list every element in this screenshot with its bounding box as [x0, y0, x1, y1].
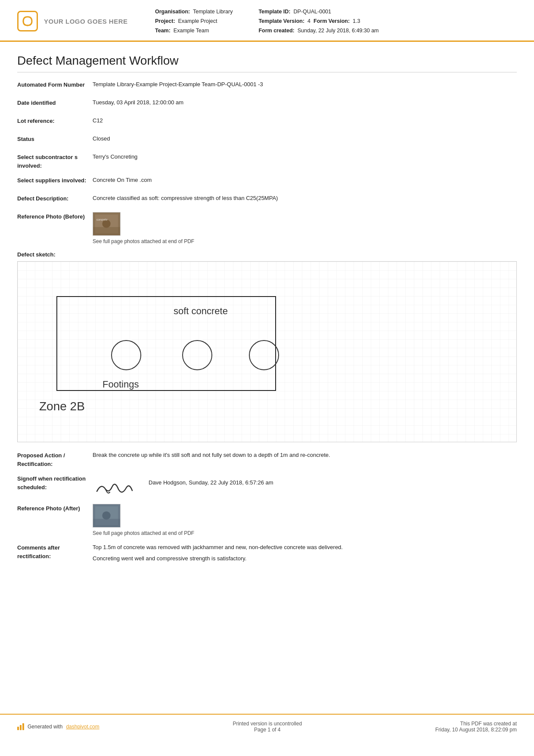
dashpivot-link[interactable]: dashpivot.com [66, 724, 99, 730]
uncontrolled-text: Printed version is uncontrolled [233, 721, 302, 727]
field-value-lot: C12 [93, 116, 517, 125]
field-value-automated: Template Library-Example Project-Example… [93, 80, 517, 89]
field-comments: Comments after rectification: Top 1.5m o… [17, 543, 517, 562]
photo-after-thumbnail [93, 504, 121, 528]
photo-before-thumbnail: concrete [93, 212, 121, 236]
field-lot-reference: Lot reference: C12 [17, 116, 517, 128]
footer-created-value: Friday, 10 August 2018, 8:22:09 pm [435, 727, 517, 733]
comments-line-2: Concreting went well and compressive str… [93, 554, 517, 563]
field-suppliers: Select suppliers involved: Concrete On T… [17, 176, 517, 188]
signature-image [93, 474, 136, 498]
field-date-identified: Date identified Tuesday, 03 April 2018, … [17, 98, 517, 110]
footer-center: Printed version is uncontrolled Page 1 o… [233, 721, 302, 733]
svg-rect-3 [93, 227, 120, 235]
svg-rect-9 [93, 519, 120, 527]
footer-right: This PDF was created at Friday, 10 Augus… [435, 721, 517, 733]
header: YOUR LOGO GOES HERE Organisation: Templa… [0, 0, 534, 42]
generated-text: Generated with [28, 724, 62, 730]
field-label-suppliers: Select suppliers involved: [17, 176, 93, 185]
header-logo: YOUR LOGO GOES HERE [17, 8, 138, 34]
field-label-automated: Automated Form Number [17, 80, 93, 89]
template-version-value: 4 [307, 18, 310, 24]
template-id-line: Template ID: DP-QUAL-0001 [258, 8, 379, 16]
sketch-circle-2 [182, 340, 212, 370]
org-label: Organisation: [155, 9, 190, 15]
project-value: Example Project [178, 18, 217, 24]
template-version-line: Template Version: 4 Form Version: 1.3 [258, 17, 379, 25]
sketch-zone-text: Zone 2B [39, 400, 85, 413]
header-meta: Organisation: Template Library Project: … [138, 8, 517, 34]
form-title: Defect Management Workflow [17, 54, 517, 72]
field-label-ref-photo-after: Reference Photo (After) [17, 504, 93, 513]
field-value-status: Closed [93, 134, 517, 143]
field-value-subcontractor: Terry's Concreting [93, 153, 517, 161]
photo-after-caption: See full page photos attached at end of … [93, 529, 517, 537]
form-created-line: Form created: Sunday, 22 July 2018, 6:49… [258, 27, 379, 35]
svg-point-8 [102, 512, 110, 520]
page-text: Page 1 of 4 [233, 727, 302, 733]
team-value: Example Team [174, 28, 209, 34]
field-value-ref-photo-after: See full page photos attached at end of … [93, 504, 517, 537]
dashpivot-icon [17, 723, 24, 730]
sketch-footings-text: Footings [102, 379, 139, 390]
field-value-defect: Concrete classified as soft: compressive… [93, 194, 517, 203]
photo-before-caption: See full page photos attached at end of … [93, 237, 517, 245]
sketch-canvas: soft concrete Footings Zone 2B [17, 261, 517, 442]
footer-left: Generated with dashpivot.com [17, 723, 99, 730]
signature-block: Dave Hodgson, Sunday, 22 July 2018, 6:57… [93, 474, 517, 498]
svg-text:concrete: concrete [96, 219, 108, 222]
field-label-ref-photo-before: Reference Photo (Before) [17, 212, 93, 221]
header-meta-left: Organisation: Template Library Project: … [155, 8, 233, 34]
field-label-comments: Comments after rectification: [17, 543, 93, 560]
org-line: Organisation: Template Library [155, 8, 233, 16]
field-signoff: Signoff when rectification scheduled: Da… [17, 474, 517, 498]
logo-icon [17, 11, 38, 31]
field-label-date: Date identified [17, 98, 93, 107]
field-label-subcontractor: Select subcontractor s involved: [17, 153, 93, 170]
form-version-label: Form Version: [314, 18, 350, 24]
template-id-label: Template ID: [258, 9, 290, 15]
logo-text: YOUR LOGO GOES HERE [44, 18, 128, 25]
comments-line-1: Top 1.5m of concrete was removed with ja… [93, 543, 517, 552]
field-value-signoff: Dave Hodgson, Sunday, 22 July 2018, 6:57… [93, 474, 517, 498]
field-value-proposed-action: Break the concrete up while it's still s… [93, 451, 517, 459]
project-line: Project: Example Project [155, 17, 233, 25]
field-proposed-action: Proposed Action / Rectification: Break t… [17, 451, 517, 468]
team-label: Team: [155, 28, 171, 34]
field-reference-photo-before: Reference Photo (Before) concrete See fu… [17, 212, 517, 245]
field-label-signoff: Signoff when rectification scheduled: [17, 474, 93, 491]
field-defect-description: Defect Description: Concrete classified … [17, 194, 517, 206]
field-value-suppliers: Concrete On Time .com [93, 176, 517, 184]
form-version-value: 1.3 [353, 18, 360, 24]
org-value: Template Library [193, 9, 233, 15]
defect-sketch-section: Defect sketch: soft concrete [17, 251, 517, 442]
page: YOUR LOGO GOES HERE Organisation: Templa… [0, 0, 534, 756]
field-automated-form-number: Automated Form Number Template Library-E… [17, 80, 517, 92]
field-label-defect: Defect Description: [17, 194, 93, 203]
form-created-label: Form created: [258, 28, 294, 34]
sketch-circle-3 [249, 340, 279, 370]
template-id-value: DP-QUAL-0001 [293, 9, 331, 15]
footer-created-text: This PDF was created at [435, 721, 517, 727]
project-label: Project: [155, 18, 175, 24]
sketch-label: Defect sketch: [17, 251, 517, 258]
field-reference-photo-after: Reference Photo (After) See full page ph… [17, 504, 517, 537]
field-status: Status Closed [17, 134, 517, 147]
sketch-inner-box: soft concrete Footings [56, 296, 276, 391]
field-label-proposed-action: Proposed Action / Rectification: [17, 451, 93, 468]
field-value-date: Tuesday, 03 April 2018, 12:00:00 am [93, 98, 517, 107]
signoff-text: Dave Hodgson, Sunday, 22 July 2018, 6:57… [149, 474, 273, 487]
template-version-label: Template Version: [258, 18, 304, 24]
header-meta-right: Template ID: DP-QUAL-0001 Template Versi… [258, 8, 379, 34]
field-value-ref-photo-before: concrete See full page photos attached a… [93, 212, 517, 245]
field-subcontractor: Select subcontractor s involved: Terry's… [17, 153, 517, 170]
sketch-soft-concrete-text: soft concrete [174, 306, 228, 317]
footer: Generated with dashpivot.com Printed ver… [0, 714, 534, 739]
main-content: Defect Management Workflow Automated For… [0, 42, 534, 701]
field-value-comments: Top 1.5m of concrete was removed with ja… [93, 543, 517, 562]
field-label-lot: Lot reference: [17, 116, 93, 125]
team-line: Team: Example Team [155, 27, 233, 35]
field-label-status: Status [17, 134, 93, 144]
form-created-value: Sunday, 22 July 2018, 6:49:30 am [298, 28, 379, 34]
sketch-circle-1 [111, 340, 141, 370]
